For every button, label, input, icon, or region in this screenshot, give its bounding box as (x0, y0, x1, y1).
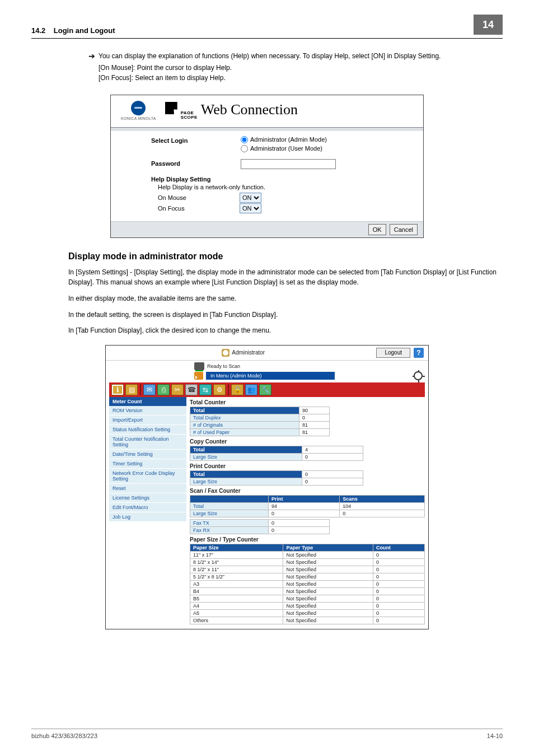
radio-user-input[interactable] (241, 145, 248, 152)
nav-item[interactable]: Date/Time Setting (109, 450, 186, 459)
select-login-label: Select Login (151, 136, 241, 144)
konica-minolta-icon (131, 101, 146, 115)
tab-icon-address[interactable]: ☎ (185, 384, 198, 395)
pagescope-scope: SCOPE (181, 115, 198, 120)
printer-status-icon (194, 362, 204, 370)
nav-item[interactable]: Job Log (109, 512, 186, 522)
footer-right: 14-10 (487, 732, 503, 739)
pagescope-logo: PAGE SCOPE Web Connection (165, 101, 298, 120)
scan-fax-title: Scan / Fax Counter (190, 488, 425, 494)
tab-icon-job[interactable]: ▤ (125, 384, 138, 395)
ok-button[interactable]: OK (368, 224, 386, 235)
on-mouse-select[interactable]: ON (240, 193, 261, 203)
nav-item[interactable]: Network Error Code Display Setting (109, 469, 186, 484)
administrator-label: Administrator (232, 349, 265, 356)
administrator-icon (222, 349, 229, 357)
pagescope-badge-icon (165, 102, 177, 114)
help-display-setting-label: Help Display Setting (151, 176, 406, 183)
nav-item[interactable]: Edit Font/Macro (109, 503, 186, 512)
konica-minolta-text: KONICA MINOLTA (121, 116, 156, 120)
nav-item[interactable]: ROM Version (109, 406, 186, 416)
logout-button[interactable]: Logout (376, 348, 410, 358)
tab-icon-box[interactable]: ✉ (143, 384, 156, 395)
section-number: 14.2 (31, 26, 45, 35)
nav-header[interactable]: Meter Count (109, 397, 186, 406)
help-icon[interactable]: ? (414, 348, 424, 358)
help-focus: [On Focus]: Select an item to display He… (99, 73, 503, 83)
pagescope-title: Web Connection (201, 101, 298, 118)
display-mode-p2: In either display mode, the available it… (68, 293, 503, 304)
footer-left: bizhub 423/363/283/223 (31, 732, 97, 739)
copy-counter-title: Copy Counter (190, 438, 425, 445)
help-display-sub: Help Display is a network-only function. (158, 184, 406, 190)
tab-icon-network[interactable]: ⇆ (199, 384, 212, 395)
side-nav: Meter Count ROM Version Import/Export St… (109, 397, 186, 624)
fax-txrx-table: Fax TX0 Fax RX0 (190, 519, 330, 534)
login-screenshot: KONICA MINOLTA PAGE SCOPE Web Connection… (110, 95, 424, 238)
nav-item[interactable]: Timer Setting (109, 459, 186, 469)
help-mouse: [On Mouse]: Point the cursor to display … (99, 63, 503, 73)
total-counter-table: Total90 Total Duplex0 # of Originals81 #… (190, 407, 330, 436)
admin-screenshot: Administrator Logout ? Ready to Scan In … (105, 345, 429, 629)
password-label: Password (151, 159, 241, 167)
breadcrumb: In Menu (Admin Mode) (206, 372, 335, 380)
display-mode-p4: In [Tab Function Display], click the des… (68, 325, 503, 336)
on-focus-select[interactable]: ON (240, 203, 261, 213)
tab-icon-system[interactable]: ⚙ (213, 384, 226, 395)
copy-counter-table: Total4 Large Size0 (190, 446, 363, 461)
display-mode-p3: In the default setting, the screen is di… (68, 310, 503, 320)
password-input[interactable] (241, 159, 336, 169)
page-header: 14.2 Login and Logout (31, 26, 115, 35)
nav-item[interactable]: Status Notification Setting (109, 425, 186, 435)
print-counter-table: Total0 Large Size0 (190, 470, 363, 486)
tab-icon-info[interactable]: ℹ (111, 384, 124, 395)
gear-icon[interactable] (414, 371, 423, 380)
tab-icon-print[interactable]: ⎙ (157, 384, 170, 395)
radio-admin-input[interactable] (241, 136, 248, 143)
breadcrumb-icon (194, 372, 203, 380)
nav-item[interactable]: Import/Export (109, 416, 186, 425)
total-counter-title: Total Counter (190, 399, 425, 405)
nav-item[interactable]: Total Counter Notification Setting (109, 435, 186, 450)
radio-admin-mode[interactable]: Administrator (Admin Mode) (241, 136, 327, 143)
radio-user-mode[interactable]: Administrator (User Mode) (241, 145, 327, 152)
tab-icon-security[interactable]: 🔒 (231, 384, 243, 395)
on-mouse-label: On Mouse (158, 194, 240, 201)
help-bullet: You can display the explanation of funct… (99, 51, 441, 62)
cancel-button[interactable]: Cancel (390, 224, 418, 235)
arrow-icon: ➔ (88, 50, 99, 63)
display-mode-p1: In [System Settings] - [Display Setting]… (68, 267, 503, 288)
print-counter-title: Print Counter (190, 463, 425, 469)
ready-status: Ready to Scan (207, 363, 240, 369)
on-focus-label: On Focus (158, 205, 240, 212)
section-title: Login and Logout (54, 26, 115, 35)
tab-icon-auth[interactable]: 👥 (245, 384, 257, 395)
paper-size-table: Paper SizePaper TypeCount 11" x 17"Not S… (190, 544, 425, 624)
paper-size-title: Paper Size / Type Counter (190, 536, 425, 543)
nav-item[interactable]: Reset (109, 484, 186, 493)
chapter-tab: 14 (474, 15, 503, 35)
display-mode-heading: Display mode in administrator mode (68, 251, 503, 262)
tab-icon-bar: ℹ ▤ ✉ ⎙ ✂ ☎ ⇆ ⚙ 🔒 👥 🔧 (109, 382, 425, 397)
tab-icon-store[interactable]: ✂ (171, 384, 184, 395)
nav-item[interactable]: License Settings (109, 493, 186, 503)
tab-icon-maintenance[interactable]: 🔧 (259, 384, 271, 395)
scan-fax-table: PrintScans Total94104 Large Size00 (190, 495, 425, 517)
